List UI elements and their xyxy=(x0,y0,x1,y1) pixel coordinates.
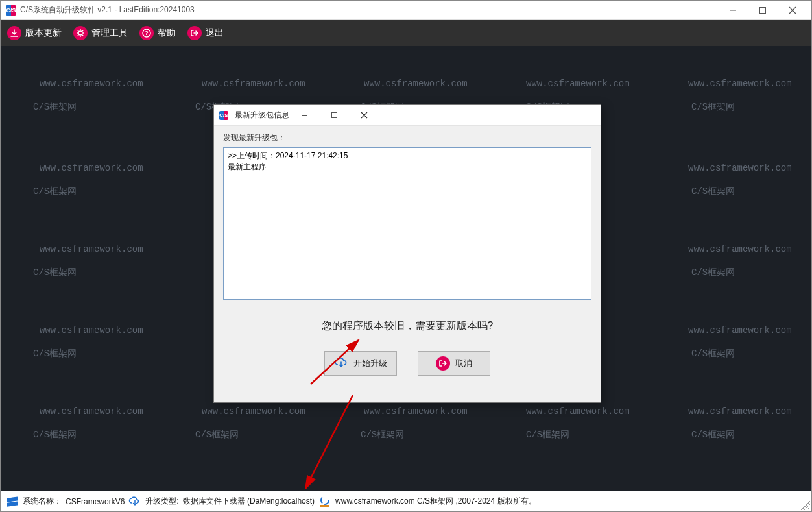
minimize-icon xyxy=(301,112,308,119)
watermark-name: C/S框架网 xyxy=(33,267,77,278)
maximize-button[interactable] xyxy=(748,1,778,20)
watermark-name: C/S框架网 xyxy=(691,348,735,360)
watermark-name: C/S框架网 xyxy=(33,348,77,360)
main-titlebar: C/S C/S系统自动升级软件 v2.1 - LastEdition:20241… xyxy=(1,1,811,20)
svg-rect-19 xyxy=(320,505,329,507)
watermark-url: www.csframework.com xyxy=(526,79,630,89)
svg-rect-13 xyxy=(7,497,12,502)
app-icon: C/S xyxy=(219,111,228,120)
toolbar-item-label: 版本更新 xyxy=(25,27,62,39)
cancel-button[interactable]: 取消 xyxy=(418,351,490,376)
toolbar-item-label: 管理工具 xyxy=(91,27,128,39)
gear-icon xyxy=(73,26,88,40)
watermark-name: C/S框架网 xyxy=(691,101,735,113)
cloud-download-icon xyxy=(128,495,141,508)
exit-icon xyxy=(436,356,450,371)
main-toolbar: 版本更新 管理工具 ? 帮助 退出 xyxy=(1,20,811,46)
found-package-label: 发现最新升级包： xyxy=(223,132,591,143)
watermark-url: www.csframework.com xyxy=(688,79,792,89)
svg-rect-16 xyxy=(12,501,18,506)
watermark-url: www.csframework.com xyxy=(40,325,143,335)
dialog-maximize-button[interactable] xyxy=(319,106,349,125)
watermark-name: C/S框架网 xyxy=(691,267,735,278)
exit-icon xyxy=(187,26,202,40)
upgrade-type-label: 升级类型: xyxy=(145,496,178,507)
logo-icon xyxy=(318,495,331,508)
watermark-name: C/S框架网 xyxy=(691,429,735,441)
watermark-name: C/S框架网 xyxy=(195,429,239,441)
close-icon xyxy=(789,6,796,14)
toolbar-item-manage[interactable]: 管理工具 xyxy=(73,26,128,40)
watermark-url: www.csframework.com xyxy=(364,406,468,417)
watermark-url: www.csframework.com xyxy=(202,406,305,417)
svg-point-4 xyxy=(78,31,82,35)
button-label: 取消 xyxy=(455,358,472,369)
toolbar-item-update[interactable]: 版本更新 xyxy=(7,26,62,40)
minimize-button[interactable] xyxy=(718,1,748,20)
dialog-minimize-button[interactable] xyxy=(289,106,319,125)
dialog-title: 最新升级包信息 xyxy=(235,110,289,121)
watermark-url: www.csframework.com xyxy=(688,406,792,417)
upgrade-type-value: 数据库文件下载器 (DaMeng:localhost) xyxy=(183,496,315,507)
download-icon xyxy=(7,26,21,40)
watermark-url: www.csframework.com xyxy=(40,244,143,254)
close-button[interactable] xyxy=(778,1,807,20)
minimize-icon xyxy=(729,6,737,14)
dialog-button-row: 开始升级 取消 xyxy=(223,351,591,376)
watermark-name: C/S框架网 xyxy=(33,429,77,441)
system-name-label: 系统名称： xyxy=(23,496,62,507)
maximize-icon xyxy=(759,6,767,14)
toolbar-item-help[interactable]: ? 帮助 xyxy=(139,26,176,40)
upgrade-dialog: C/S 最新升级包信息 发现最新升级包： 您的程序版本较旧，需要更新版本吗? 开… xyxy=(213,104,601,403)
svg-rect-8 xyxy=(331,113,337,118)
app-icon: C/S xyxy=(6,5,16,16)
copyright-text: www.csframework.com C/S框架网 ,2007-2024 版权… xyxy=(335,496,536,507)
toolbar-item-label: 退出 xyxy=(206,27,224,39)
watermark-url: www.csframework.com xyxy=(40,163,143,173)
watermark-url: www.csframework.com xyxy=(526,406,630,417)
watermark-name: C/S框架网 xyxy=(33,101,77,113)
svg-text:?: ? xyxy=(145,30,149,36)
watermark-name: C/S框架网 xyxy=(691,186,735,197)
maximize-icon xyxy=(331,112,338,119)
resize-grip-icon[interactable] xyxy=(801,501,810,510)
windows-icon xyxy=(6,495,19,508)
dialog-titlebar: C/S 最新升级包信息 xyxy=(214,105,601,126)
watermark-url: www.csframework.com xyxy=(40,406,143,417)
watermark-name: C/S框架网 xyxy=(33,186,77,197)
statusbar: 系统名称： CSFrameworkV6 升级类型: 数据库文件下载器 (DaMe… xyxy=(1,491,811,511)
close-icon xyxy=(361,112,368,119)
upgrade-info-textarea[interactable] xyxy=(223,147,591,300)
watermark-url: www.csframework.com xyxy=(202,79,305,89)
button-label: 开始升级 xyxy=(353,358,387,369)
svg-rect-15 xyxy=(7,502,12,506)
watermark-url: www.csframework.com xyxy=(40,79,143,89)
watermark-url: www.csframework.com xyxy=(364,79,468,89)
system-name-value: CSFrameworkV6 xyxy=(66,497,125,506)
svg-rect-1 xyxy=(760,7,766,13)
window-title: C/S系统自动升级软件 v2.1 - LastEdition:20241003 xyxy=(20,5,195,16)
toolbar-item-exit[interactable]: 退出 xyxy=(187,26,224,40)
watermark-name: C/S框架网 xyxy=(526,429,569,441)
watermark-name: C/S框架网 xyxy=(361,429,404,441)
dialog-close-button[interactable] xyxy=(349,106,379,125)
upgrade-prompt: 您的程序版本较旧，需要更新版本吗? xyxy=(223,319,591,333)
dialog-body: 发现最新升级包： 您的程序版本较旧，需要更新版本吗? 开始升级 取消 xyxy=(214,126,601,402)
toolbar-item-label: 帮助 xyxy=(158,27,176,39)
svg-rect-14 xyxy=(12,496,18,501)
cloud-download-icon xyxy=(334,356,348,371)
watermark-url: www.csframework.com xyxy=(688,325,792,335)
watermark-url: www.csframework.com xyxy=(688,163,792,173)
watermark-url: www.csframework.com xyxy=(688,244,792,254)
help-icon: ? xyxy=(139,26,154,40)
start-upgrade-button[interactable]: 开始升级 xyxy=(324,351,397,376)
